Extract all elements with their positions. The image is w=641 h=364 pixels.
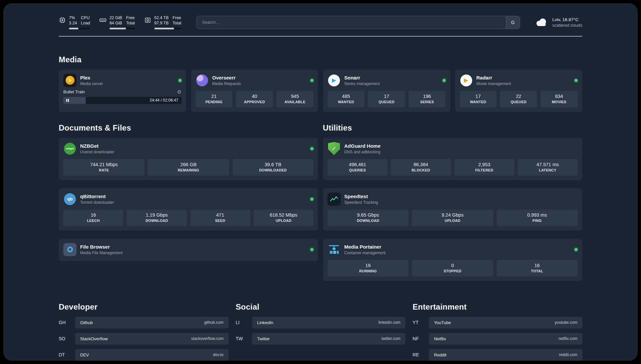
adguard-card[interactable]: ✓ AdGuard Home DNS and adblocking 498,46… (323, 138, 582, 180)
service-name: Speedtest (344, 194, 378, 199)
nzbget-card[interactable]: nzbget NZBGet Usenet downloader 744.21 M… (59, 138, 318, 180)
pause-icon[interactable] (66, 99, 69, 102)
search-input[interactable] (197, 16, 506, 29)
disk-free-value: 52.4 TB (154, 15, 169, 20)
radarr-card[interactable]: ▶ Radarr Movie management 17 WANTED 22 Q… (455, 70, 583, 112)
entertainment-bookmarks: Entertainment YT YouTube youtube.com NF … (412, 302, 582, 361)
bookmark-github[interactable]: GH Github github.com (59, 317, 229, 328)
memory-total-value: 64 GiB (109, 20, 122, 26)
filebrowser-icon (63, 243, 76, 256)
dashboard: 7% 3.24 CPU Load (3, 3, 638, 361)
cpu-percent: 7% (69, 15, 77, 20)
service-subtitle: Media Requests (212, 81, 241, 86)
stat-tile: 86,384 BLOCKED (391, 159, 451, 176)
stat-value: 39.6 TB (234, 162, 312, 168)
cpu-label: CPU (81, 15, 90, 20)
stat-label: REMAINING (149, 168, 228, 173)
media-heading: Media (59, 55, 582, 64)
stat-tile: 471 SEED (190, 209, 250, 226)
stat-label: RATE (65, 168, 143, 173)
status-dot (310, 79, 314, 82)
bookmark-url: linkedin.com (379, 320, 401, 325)
weather-location: Lviv, 16.87°C (552, 17, 582, 23)
stat-label: QUEUED (501, 100, 536, 105)
status-dot (310, 197, 314, 201)
stat-value: 9.24 Gbps (413, 212, 492, 218)
stat-tile: 16 RUNNING (327, 260, 409, 277)
bookmark-url: netflix.com (559, 336, 577, 341)
stat-value: 47.571 ms (519, 162, 576, 168)
entertainment-heading: Entertainment (412, 302, 582, 312)
service-name: Plex (80, 75, 103, 81)
stat-value: 744.21 Mbps (65, 162, 143, 168)
bookmark-url: youtube.com (555, 320, 577, 325)
utilities-section: Utilities ✓ AdGuard Home DNS and adblock… (323, 123, 582, 281)
bookmark-name: DEV (80, 352, 89, 357)
stat-value: 86,384 (392, 162, 449, 168)
portainer-card[interactable]: Media Portainer Container management 16 … (323, 239, 582, 281)
bookmark-twitter[interactable]: TW Twitter twitter.com (236, 333, 406, 345)
bookmark-abbr: GH (59, 320, 75, 325)
plex-card[interactable]: > Plex Media server Bullet Train ⚙ (59, 70, 186, 112)
weather-condition: scattered clouds (552, 23, 582, 28)
bookmark-name: Netflix (434, 336, 446, 341)
stat-tile: 40 APPROVED (236, 91, 273, 107)
stat-tile: 39.6 TB DOWNLOADED (232, 159, 314, 176)
service-name: Overseerr (212, 75, 241, 81)
bookmark-youtube[interactable]: YT YouTube youtube.com (412, 317, 582, 328)
bookmark-dev[interactable]: DT DEV dev.to (59, 349, 229, 361)
stat-label: AVAILABLE (278, 100, 312, 105)
stat-tile: 9.65 Gbps DOWNLOAD (327, 209, 409, 226)
stat-tile: 945 AVAILABLE (276, 91, 314, 107)
stat-label: FILTERED (456, 168, 513, 173)
topbar-divider (59, 36, 582, 37)
stat-tile: 16 TOTAL (497, 260, 578, 277)
disk-free-label: Free (172, 15, 181, 20)
service-subtitle: Media server (80, 81, 103, 86)
stat-label: STOPPED (413, 269, 492, 274)
plex-icon: > (63, 74, 76, 87)
stat-value: 471 (192, 212, 249, 218)
disk-total-value: 97.9 TB (154, 20, 169, 26)
stat-label: DOWNLOAD (128, 218, 185, 223)
utilities-heading: Utilities (323, 123, 582, 133)
bookmark-stackoverflow[interactable]: SO StackOverflow stackoverflow.com (59, 333, 229, 345)
disk-total-label: Total (172, 20, 181, 26)
gear-icon[interactable]: ⚙ (177, 89, 181, 95)
search-provider-button[interactable]: G (506, 16, 520, 29)
stat-label: DOWNLOAD (329, 218, 407, 223)
sonarr-icon: ▶ (328, 75, 340, 86)
filebrowser-card[interactable]: File Browser Media File Management (59, 239, 318, 261)
service-subtitle: Media File Management (80, 251, 123, 255)
cpu-icon (59, 16, 66, 24)
status-dot (574, 248, 578, 251)
stat-value: 1.19 Gbps (128, 212, 185, 218)
cloud-icon (534, 17, 548, 28)
sonarr-card[interactable]: ▶ Sonarr Series management 485 WANTED 17… (323, 70, 450, 112)
bookmark-netflix[interactable]: NF Netflix netflix.com (412, 333, 582, 345)
disk-widget: 52.4 TB 97.9 TB Free Total (144, 15, 181, 29)
speedtest-icon (327, 193, 341, 206)
overseerr-icon (196, 75, 208, 86)
cpu-load-label: Load (81, 20, 90, 26)
stat-tile: 47.571 ms LATENCY (518, 159, 578, 176)
disk-progress-fill (154, 28, 174, 29)
overseerr-card[interactable]: Overseerr Media Requests 21 PENDING 40 A… (191, 70, 319, 112)
bookmark-abbr: RE (412, 352, 429, 357)
cpu-progress-fill (69, 28, 78, 29)
bookmark-linkedin[interactable]: LI LinkedIn linkedin.com (236, 317, 406, 328)
stat-tile: 17 WANTED (460, 91, 497, 107)
disk-progress-track (154, 28, 181, 29)
status-dot (443, 79, 446, 82)
playback-progress-bar[interactable]: 24:44 / 02:06:47 (63, 97, 182, 104)
speedtest-card[interactable]: Speedtest Speedtest Tracking 9.65 Gbps D… (323, 188, 582, 231)
stat-tile: 0 STOPPED (412, 260, 493, 277)
qbittorrent-card[interactable]: qb qBittorrent Torrent downloader 16 LEE… (59, 188, 318, 231)
stat-label: WANTED (329, 100, 363, 105)
service-name: NZBGet (80, 143, 114, 149)
bookmark-reddit[interactable]: RE Reddit reddit.com (412, 349, 582, 361)
stat-tile: 834 MOVIES (540, 91, 578, 107)
stat-tile: 22 QUEUED (500, 91, 537, 107)
bookmark-name: Reddit (434, 352, 446, 357)
media-section: Media > Plex Media server Bullet Train (59, 55, 582, 112)
